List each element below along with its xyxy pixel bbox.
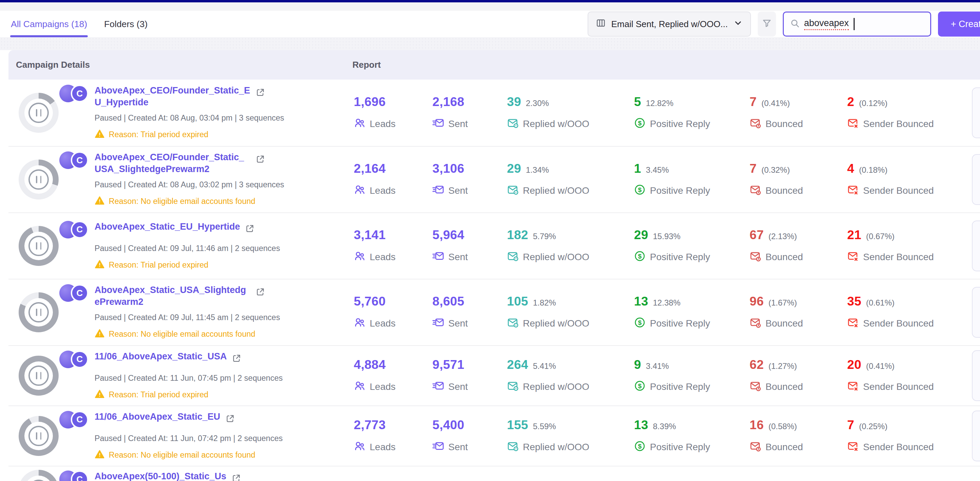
campaign-rows: C AboveApex_CEO/Founder_Static_EU_Hypert… (8, 79, 980, 481)
sender-bounced-percent: (0.41%) (866, 362, 895, 371)
campaign-name-link[interactable]: AboveApex_Static_USA_SlightedgePrewarm2 (95, 284, 250, 307)
bounced-label: Bounced (765, 252, 803, 262)
report-columns-dropdown[interactable]: Email Sent, Replied w/OOO... (588, 11, 751, 37)
pause-button[interactable] (29, 479, 49, 481)
external-link-icon[interactable] (255, 287, 265, 298)
pause-button[interactable] (29, 169, 49, 190)
table-header: Campaign Details Report (8, 50, 980, 79)
campaign-report-cell: 2,773 Leads 5,400 (354, 418, 980, 454)
positive-reply-percent: 3.41% (646, 362, 669, 371)
filter-button[interactable] (758, 11, 776, 37)
campaign-row: C AboveApex_Static_EU_Hypertide Paused |… (8, 213, 980, 279)
row-edge-panel[interactable] (972, 221, 980, 271)
replied-value: 182 (507, 228, 528, 242)
positive-reply-icon: $ (634, 250, 646, 264)
stat-positive-reply: 9 3.41% $ Positive Reply (634, 358, 749, 394)
client-badge: C (71, 351, 88, 368)
external-link-icon[interactable] (255, 154, 265, 166)
replied-value: 264 (507, 358, 528, 372)
search-input[interactable]: aboveapex (783, 11, 931, 37)
stat-sent: 9,571 Sent (433, 358, 507, 394)
tab-folders[interactable]: Folders (3) (103, 11, 148, 37)
toolbar: Email Sent, Replied w/OOO... aboveapex +… (588, 11, 980, 37)
external-link-icon[interactable] (231, 473, 241, 481)
sender-bounced-label: Sender Bounced (863, 185, 934, 196)
positive-reply-percent: 12.38% (653, 298, 681, 308)
positive-reply-value: 1 (634, 162, 641, 176)
leads-value: 1,696 (354, 95, 386, 109)
leads-label: Leads (370, 381, 395, 392)
positive-reply-label: Positive Reply (650, 252, 710, 262)
campaign-name-link[interactable]: AboveApex_Static_EU_Hypertide (95, 221, 240, 232)
row-edge-panel[interactable] (972, 411, 980, 461)
stat-leads: 1,696 Leads (354, 95, 433, 131)
campaign-reason-text: Reason: No eligible email accounts found (109, 330, 255, 339)
positive-reply-label: Positive Reply (650, 185, 710, 196)
stat-bounced: 96 (1.67%) Bounced (749, 294, 847, 330)
bounced-icon (749, 440, 761, 454)
campaign-details-cell: C AboveApex(50-100)_Static_Us (59, 467, 354, 481)
top-navy-bar (0, 0, 980, 2)
pause-bar (36, 242, 37, 250)
row-edge-panel[interactable] (972, 154, 980, 205)
text-caret (854, 18, 854, 30)
bounced-percent: (0.58%) (768, 422, 797, 431)
pause-bar (40, 309, 42, 316)
campaign-title-line: C 11/06_AboveApex_Static_EU (59, 411, 344, 429)
bounced-label: Bounced (765, 119, 803, 129)
sender-bounced-label: Sender Bounced (863, 442, 934, 452)
pause-button[interactable] (29, 365, 49, 386)
stat-sender-bounced: 4 (0.18%) Sender Bounced (847, 162, 980, 198)
column-header-campaign-details: Campaign Details (16, 60, 90, 70)
bounced-icon (749, 117, 761, 131)
campaign-name-link[interactable]: AboveApex_CEO/Founder_Static_USA_Slighte… (95, 151, 250, 175)
stat-leads: 2,773 Leads (354, 418, 433, 454)
row-edge-panel[interactable] (972, 350, 980, 401)
replied-icon (507, 317, 519, 330)
stat-replied: 182 5.79% Replied w/OOO (507, 228, 634, 264)
pause-button[interactable] (29, 103, 49, 123)
progress-ring (19, 470, 59, 481)
campaign-details-cell: C AboveApex_Static_USA_SlightedgePrewarm… (59, 284, 354, 340)
search-icon (790, 18, 800, 30)
sent-label: Sent (448, 318, 468, 329)
sent-label: Sent (448, 252, 468, 262)
progress-ring (19, 416, 59, 456)
pause-bar (40, 242, 42, 250)
campaign-row: C AboveApex_Static_USA_SlightedgePrewarm… (8, 279, 980, 345)
campaign-row: C AboveApex(50-100)_Static_Us (8, 466, 980, 481)
tab-all-campaigns[interactable]: All Campaigns (18) (10, 11, 88, 37)
campaign-meta: Paused | Created At: 11 Jun, 07:45 pm | … (95, 374, 344, 383)
progress-ring-column (8, 160, 59, 200)
campaign-name-link[interactable]: AboveApex_CEO/Founder_Static_EU_Hypertid… (95, 85, 250, 108)
chevron-down-icon (733, 18, 743, 30)
positive-reply-value: 9 (634, 358, 641, 372)
campaign-name-link[interactable]: AboveApex(50-100)_Static_Us (95, 470, 226, 481)
row-edge-panel[interactable] (972, 87, 980, 138)
external-link-icon[interactable] (231, 353, 242, 365)
progress-ring-column (8, 467, 59, 481)
pause-bar (36, 176, 37, 183)
positive-reply-icon: $ (634, 317, 646, 330)
stat-sender-bounced: 2 (0.12%) Sender Bounced (847, 95, 980, 131)
campaign-name-link[interactable]: 11/06_AboveApex_Static_EU (95, 411, 220, 422)
pause-button[interactable] (29, 302, 49, 322)
stat-bounced: 62 (1.27%) Bounced (749, 358, 847, 394)
external-link-icon[interactable] (225, 414, 235, 425)
replied-percent: 5.59% (533, 422, 556, 431)
replied-label: Replied w/OOO (523, 185, 589, 196)
sender-bounced-label: Sender Bounced (863, 119, 934, 129)
campaign-reason: Reason: Trial period expired (95, 129, 344, 141)
pause-button[interactable] (29, 426, 49, 446)
create-campaign-button[interactable]: + Create (938, 11, 980, 37)
external-link-icon[interactable] (255, 87, 265, 99)
bounced-percent: (1.27%) (768, 362, 797, 371)
positive-reply-value: 29 (634, 228, 648, 242)
campaign-name-link[interactable]: 11/06_AboveApex_Static_USA (95, 351, 227, 362)
bounced-icon (749, 380, 761, 394)
sent-icon (433, 117, 444, 131)
sender-bounced-percent: (0.61%) (866, 298, 895, 308)
external-link-icon[interactable] (245, 224, 255, 235)
pause-button[interactable] (29, 236, 49, 256)
row-edge-panel[interactable] (972, 287, 980, 338)
